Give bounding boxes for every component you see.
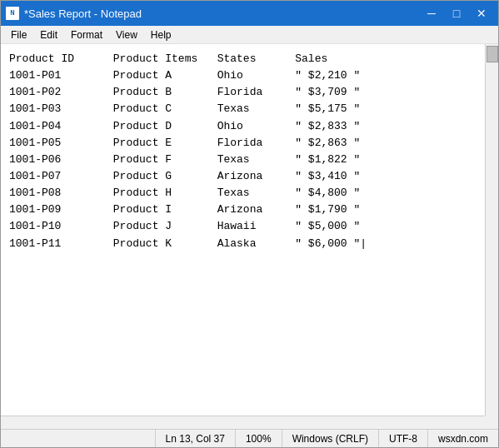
window-title: *Sales Report - Notepad xyxy=(24,7,142,20)
status-spacer xyxy=(1,430,156,447)
app-icon: N xyxy=(6,7,19,20)
status-bar: Ln 13, Col 37 100% Windows (CRLF) UTF-8 … xyxy=(1,429,498,447)
horizontal-scrollbar[interactable] xyxy=(1,416,485,429)
text-editor[interactable] xyxy=(1,44,498,429)
vertical-scrollbar[interactable] xyxy=(485,44,498,416)
scrollbar-corner xyxy=(485,416,498,429)
menu-view[interactable]: View xyxy=(109,27,144,42)
menu-file[interactable]: File xyxy=(4,27,33,42)
close-button[interactable]: ✕ xyxy=(470,5,493,22)
maximize-button[interactable]: □ xyxy=(445,5,468,22)
window-controls: ─ □ ✕ xyxy=(420,5,493,22)
editor-area xyxy=(1,44,498,429)
minimize-button[interactable]: ─ xyxy=(420,5,443,22)
encoding: UTF-8 xyxy=(379,430,428,447)
menu-bar: File Edit Format View Help xyxy=(1,26,498,44)
title-bar: N *Sales Report - Notepad ─ □ ✕ xyxy=(1,1,498,26)
zoom-level: 100% xyxy=(236,430,282,447)
line-ending: Windows (CRLF) xyxy=(282,430,379,447)
menu-format[interactable]: Format xyxy=(64,27,109,42)
notepad-window: N *Sales Report - Notepad ─ □ ✕ File Edi… xyxy=(0,0,499,448)
title-bar-left: N *Sales Report - Notepad xyxy=(6,7,142,20)
menu-help[interactable]: Help xyxy=(144,27,178,42)
menu-edit[interactable]: Edit xyxy=(33,27,64,42)
cursor-position: Ln 13, Col 37 xyxy=(156,430,236,447)
extra-info: wsxdn.com xyxy=(428,430,498,447)
scrollbar-thumb[interactable] xyxy=(487,46,498,62)
